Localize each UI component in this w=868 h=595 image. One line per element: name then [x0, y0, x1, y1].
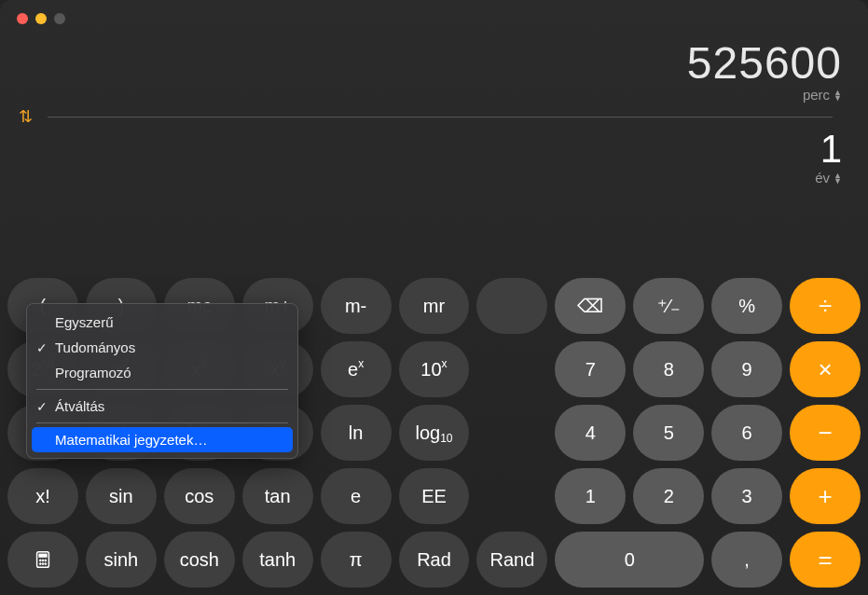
menu-item-math-notes[interactable]: Matematikai jegyzetek…: [32, 427, 293, 452]
percent-button[interactable]: %: [711, 278, 782, 334]
chevron-updown-icon: ▲▼: [834, 173, 842, 184]
ee-button[interactable]: EE: [399, 468, 470, 524]
svg-point-3: [42, 560, 44, 561]
chevron-updown-icon: ▲▼: [834, 90, 842, 101]
plus-button[interactable]: +: [790, 468, 861, 524]
mode-menu: Egyszerű ✓ Tudományos Programozó ✓ Átvál…: [26, 303, 298, 459]
menu-separator: [36, 422, 288, 423]
digit-3-button[interactable]: 3: [711, 468, 782, 524]
equals-button[interactable]: =: [790, 532, 861, 588]
backspace-button[interactable]: ⌫: [555, 278, 626, 334]
bottom-unit-label: év: [815, 170, 830, 186]
factorial-button[interactable]: x!: [7, 468, 78, 524]
digit-6-button[interactable]: 6: [711, 405, 782, 461]
digit-5-button[interactable]: 5: [633, 405, 704, 461]
e-pow-x-button[interactable]: ex: [321, 341, 392, 397]
menu-item-label: Matematikai jegyzetek…: [55, 432, 207, 448]
svg-rect-1: [39, 554, 47, 557]
zoom-icon: [54, 13, 65, 24]
top-unit-label: perc: [803, 87, 830, 103]
digit-0-button[interactable]: 0: [555, 532, 704, 588]
menu-item-label: Programozó: [55, 365, 131, 381]
svg-point-5: [39, 563, 41, 565]
menu-item-basic[interactable]: Egyszerű: [27, 310, 297, 335]
backspace-icon: ⌫: [577, 295, 603, 317]
swap-units-icon[interactable]: ⇅: [19, 106, 33, 127]
plusminus-icon: ⁺∕₋: [657, 295, 681, 317]
digit-8-button[interactable]: 8: [633, 341, 704, 397]
calculator-icon: [33, 549, 53, 570]
converted-value: 525600: [687, 37, 842, 89]
menu-separator: [36, 389, 288, 390]
decimal-button[interactable]: ,: [711, 532, 782, 588]
digit-4-button[interactable]: 4: [555, 405, 626, 461]
tanh-button[interactable]: tanh: [242, 532, 313, 588]
e-button[interactable]: e: [321, 468, 392, 524]
sinh-button[interactable]: sinh: [86, 532, 157, 588]
svg-point-2: [39, 560, 41, 561]
digit-1-button[interactable]: 1: [555, 468, 626, 524]
menu-item-programmer[interactable]: Programozó: [27, 360, 297, 385]
svg-point-4: [45, 560, 47, 561]
input-value: 1: [820, 127, 842, 172]
menu-item-label: Egyszerű: [55, 314, 114, 330]
calculator-window: 525600 perc ▲▼ ⇅ 1 év ▲▼ ( ) mc m+ m- mr: [0, 0, 868, 595]
rad-button[interactable]: Rad: [399, 532, 470, 588]
mminus-button[interactable]: m-: [321, 278, 392, 334]
mode-menu-button[interactable]: [7, 532, 78, 588]
log10-button[interactable]: log10: [399, 405, 470, 461]
display-area: 525600 perc ▲▼ ⇅ 1 év ▲▼: [0, 37, 868, 186]
top-unit-select[interactable]: perc ▲▼: [803, 87, 842, 103]
ten-pow-x-button[interactable]: 10x: [399, 341, 470, 397]
menu-item-scientific[interactable]: ✓ Tudományos: [27, 335, 297, 360]
multiply-button[interactable]: ×: [790, 341, 861, 397]
digit-9-button[interactable]: 9: [711, 341, 782, 397]
divide-button[interactable]: ÷: [790, 278, 861, 334]
rand-button[interactable]: Rand: [476, 532, 547, 588]
digit-2-button[interactable]: 2: [633, 468, 704, 524]
pi-button[interactable]: π: [321, 532, 392, 588]
minimize-icon[interactable]: [35, 13, 47, 24]
bottom-unit-select[interactable]: év ▲▼: [815, 170, 842, 186]
plusminus-button[interactable]: ⁺∕₋: [633, 278, 704, 334]
tan-button[interactable]: tan: [242, 468, 313, 524]
digit-7-button[interactable]: 7: [555, 341, 626, 397]
cos-button[interactable]: cos: [164, 468, 235, 524]
mr-button[interactable]: mr: [399, 278, 470, 334]
cosh-button[interactable]: cosh: [164, 532, 235, 588]
minus-button[interactable]: −: [790, 405, 861, 461]
menu-item-label: Átváltás: [55, 398, 104, 414]
spacer: [476, 278, 547, 334]
sin-button[interactable]: sin: [86, 468, 157, 524]
titlebar: [0, 0, 868, 37]
check-icon: ✓: [36, 340, 48, 355]
ln-button[interactable]: ln: [321, 405, 392, 461]
svg-point-7: [45, 563, 47, 565]
svg-point-6: [42, 563, 44, 565]
menu-item-convert[interactable]: ✓ Átváltás: [27, 394, 297, 419]
menu-item-label: Tudományos: [55, 339, 135, 355]
check-icon: ✓: [36, 399, 48, 414]
close-icon[interactable]: [17, 13, 28, 24]
